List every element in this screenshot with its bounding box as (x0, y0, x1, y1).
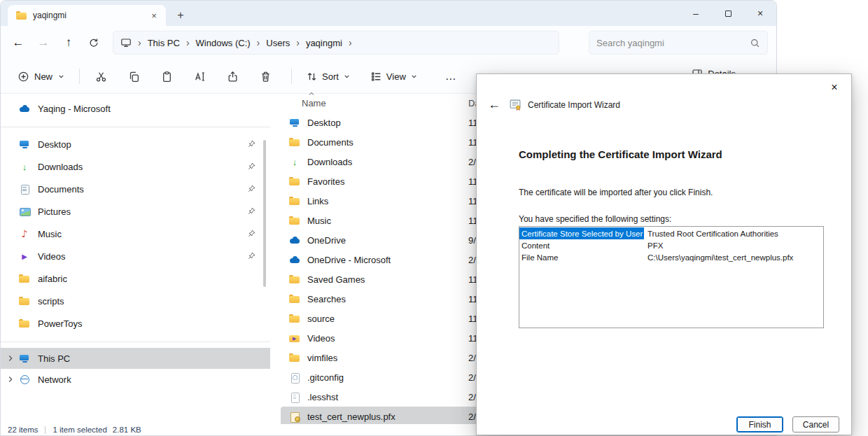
explorer-tab[interactable]: yaqingmi × (8, 5, 166, 26)
sidebar-item-label: This PC (38, 353, 70, 364)
close-button[interactable]: × (744, 1, 776, 26)
search-input[interactable] (596, 38, 750, 48)
view-icon (370, 71, 382, 83)
sidebar: Yaqing - Microsoft Desktop (1, 94, 270, 424)
maximize-button[interactable] (712, 1, 744, 26)
breadcrumb-separator: › (251, 37, 267, 48)
sidebar-item[interactable]: Pictures (1, 200, 270, 223)
folder-icon (289, 136, 300, 148)
file-date: 2/ (468, 157, 476, 167)
more-options-button[interactable]: … (439, 65, 463, 87)
sort-button[interactable]: Sort (299, 65, 358, 87)
cut-icon (95, 71, 107, 83)
sidebar-item[interactable]: Downloads (1, 155, 270, 178)
folder-icon (19, 273, 30, 284)
sidebar-item-label: Network (38, 374, 71, 385)
setting-key: Content (519, 239, 644, 251)
paste-button[interactable] (153, 65, 181, 87)
new-tab-button[interactable]: + (172, 6, 190, 24)
file-name: OneDrive (307, 235, 346, 246)
setting-key: File Name (519, 251, 644, 263)
breadcrumb-item[interactable]: Users (266, 38, 290, 48)
search-box[interactable] (589, 31, 768, 55)
folder-icon (289, 352, 300, 363)
folder-icon (289, 274, 300, 285)
rename-button[interactable] (186, 65, 214, 87)
folder-icon (289, 293, 300, 304)
file-name: source (307, 314, 335, 324)
sidebar-item[interactable]: aifabric (1, 267, 270, 290)
videos-icon (19, 251, 30, 262)
network-icon (19, 374, 30, 385)
settings-row[interactable]: Content PFX (519, 239, 823, 251)
name-column-header[interactable]: Name (302, 98, 326, 108)
refresh-button[interactable] (82, 31, 106, 55)
breadcrumb-item[interactable]: Windows (C:) (196, 38, 251, 48)
downloads-icon (19, 161, 30, 172)
cut-button[interactable] (87, 65, 115, 87)
sidebar-item-label: Yaqing - Microsoft (38, 104, 111, 114)
breadcrumb-item[interactable]: yaqingmi (306, 38, 342, 48)
sidebar-item[interactable]: Desktop (1, 133, 270, 155)
sidebar-item-label: Music (38, 229, 62, 239)
sidebar-item[interactable]: scripts (1, 290, 270, 312)
sort-ascending-icon (307, 90, 316, 98)
refresh-icon (88, 37, 99, 48)
sidebar-item-onedrive[interactable]: Yaqing - Microsoft (1, 97, 270, 120)
sidebar-separator (1, 342, 270, 342)
file-name: .lesshst (307, 392, 338, 402)
share-button[interactable] (218, 65, 246, 87)
sidebar-item[interactable]: Music (1, 223, 270, 245)
toolbar-divider (291, 69, 292, 84)
dialog-back-button[interactable]: ← (486, 97, 503, 112)
sidebar-item[interactable]: PowerToys (1, 312, 270, 335)
breadcrumb-separator: › (290, 37, 306, 48)
chevron-right-icon[interactable] (6, 374, 15, 384)
sidebar-item-label: scripts (38, 296, 64, 307)
file-name: Documents (307, 137, 354, 148)
file-name: Downloads (307, 157, 352, 167)
onedrive-cloud-icon (19, 103, 30, 114)
copy-button[interactable] (120, 65, 148, 87)
search-icon (750, 38, 760, 48)
sidebar-item-this-pc[interactable]: This PC (1, 348, 270, 369)
dialog-close-button[interactable]: × (822, 78, 846, 97)
settings-row[interactable]: Certificate Store Selected by User Trust… (519, 227, 823, 239)
tab-title: yaqingmi (33, 10, 142, 20)
sidebar-item[interactable]: Videos (1, 245, 270, 267)
downloads-icon (289, 156, 300, 167)
chevron-down-icon (57, 73, 65, 80)
view-button[interactable]: View (363, 65, 425, 87)
file-date: 2/ (468, 353, 476, 363)
new-button[interactable]: New (10, 65, 72, 87)
this-pc-icon (19, 353, 30, 364)
sidebar-item-label: Desktop (38, 139, 71, 150)
share-icon (227, 71, 239, 83)
back-button[interactable]: ← (6, 31, 30, 55)
pin-icon (247, 229, 256, 238)
sidebar-item-label: aifabric (38, 274, 67, 284)
sidebar-item-network[interactable]: Network (1, 369, 270, 390)
chevron-right-icon[interactable] (6, 353, 15, 363)
forward-button[interactable]: → (31, 31, 55, 55)
dialog-buttons: Finish Cancel (736, 416, 839, 433)
file-date: 2/ (468, 412, 476, 422)
folder-icon (19, 295, 30, 307)
finish-button[interactable]: Finish (736, 416, 783, 433)
tab-close-icon[interactable]: × (148, 9, 160, 22)
desktop-icon (19, 139, 30, 150)
sidebar-scrollbar[interactable] (263, 140, 266, 287)
music-icon (19, 228, 30, 239)
up-button[interactable]: ↑ (57, 31, 80, 55)
settings-row[interactable]: File Name C:\Users\yaqingmi\test_cert_ne… (519, 251, 823, 263)
this-pc-icon (120, 37, 132, 48)
sidebar-item[interactable]: Documents (1, 178, 270, 200)
breadcrumb-item[interactable]: This PC (148, 38, 180, 48)
cancel-button[interactable]: Cancel (792, 416, 839, 433)
delete-button[interactable] (251, 65, 279, 87)
file-date: 2/ (468, 372, 476, 383)
desktop-icon (289, 117, 300, 128)
file-name: Favorites (307, 176, 344, 187)
minimize-button[interactable]: – (680, 1, 712, 26)
breadcrumb[interactable]: › This PC › Windows (C:) › Users › yaqin… (113, 31, 559, 55)
